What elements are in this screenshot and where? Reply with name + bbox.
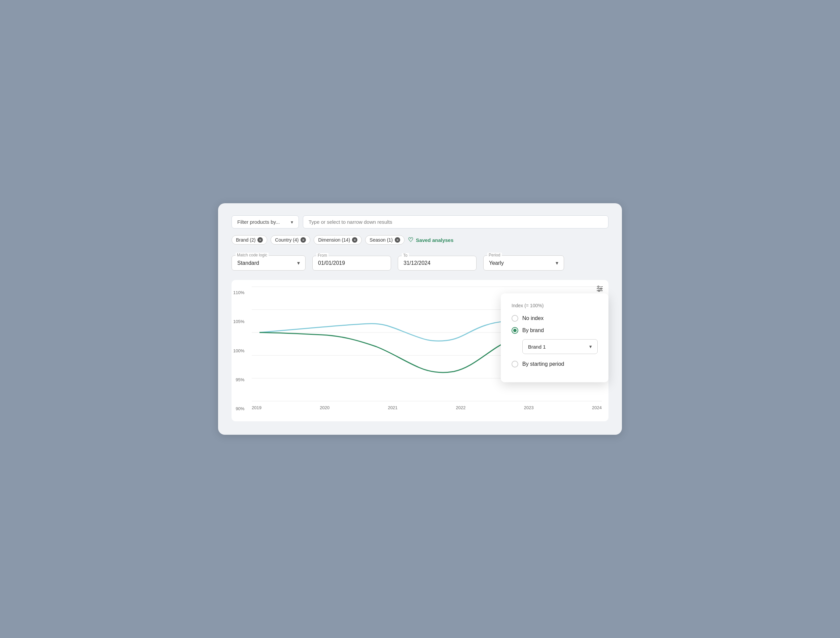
filter-tags-row: Brand (2) ✕ Country (4) ✕ Dimension (14)… (232, 235, 608, 245)
dimension-filter-tag[interactable]: Dimension (14) ✕ (314, 235, 362, 245)
y-axis: 110% 105% 100% 95% 90% (233, 287, 244, 415)
from-label: From (316, 253, 328, 258)
match-code-chevron: ▾ (297, 260, 300, 266)
controls-row: Match code logic Standard ▾ From To Peri… (232, 256, 608, 270)
season-tag-remove[interactable]: ✕ (395, 237, 400, 243)
brand-tag-remove[interactable]: ✕ (257, 237, 263, 243)
no-index-radio[interactable] (512, 315, 518, 322)
match-code-logic-label: Match code logic (235, 253, 268, 257)
y-axis-95: 95% (235, 377, 244, 382)
match-code-logic-value: Standard (237, 260, 259, 266)
to-date-input[interactable] (398, 256, 477, 270)
x-2022: 2022 (456, 405, 466, 410)
filter-dropdown-chevron: ▾ (291, 220, 293, 225)
period-value: Yearly (489, 260, 504, 266)
by-starting-period-option[interactable]: By starting period (512, 361, 598, 368)
x-2023: 2023 (524, 405, 534, 410)
by-starting-period-label: By starting period (522, 361, 564, 367)
by-brand-label: By brand (522, 327, 544, 333)
brand-select-value: Brand 1 (528, 344, 546, 350)
main-card: Filter products by... ▾ Brand (2) ✕ Coun… (218, 203, 622, 435)
popup-title: Index (= 100%) (512, 303, 598, 308)
brand-select-chevron: ▾ (589, 344, 592, 350)
y-axis-100: 100% (233, 348, 244, 353)
country-tag-remove[interactable]: ✕ (300, 237, 306, 243)
saved-analyses-label: Saved analyses (416, 237, 454, 243)
to-date-group: To (398, 256, 477, 270)
season-filter-tag[interactable]: Season (1) ✕ (365, 235, 404, 245)
from-date-group: From (312, 256, 391, 270)
to-label: To (402, 253, 409, 258)
heart-icon: ♡ (408, 236, 413, 244)
period-label: Period (487, 253, 502, 257)
x-2021: 2021 (388, 405, 398, 410)
from-date-input[interactable] (312, 256, 391, 270)
brand-filter-tag[interactable]: Brand (2) ✕ (232, 235, 267, 245)
y-axis-105: 105% (233, 319, 244, 324)
filter-dropdown-label: Filter products by... (237, 219, 279, 225)
country-tag-label: Country (4) (275, 237, 298, 243)
search-input[interactable] (303, 215, 608, 229)
brand-select-dropdown[interactable]: Brand 1 ▾ (522, 339, 598, 354)
index-popup-panel: Index (= 100%) No index By brand Brand 1… (501, 294, 608, 382)
by-brand-option[interactable]: By brand (512, 327, 598, 334)
y-axis-110: 110% (233, 290, 244, 295)
by-brand-radio[interactable] (512, 327, 518, 334)
y-axis-90: 90% (235, 406, 244, 411)
x-2020: 2020 (320, 405, 330, 410)
filter-bar: Filter products by... ▾ (232, 215, 608, 229)
no-index-label: No index (522, 315, 543, 321)
period-dropdown[interactable]: Yearly ▾ (483, 256, 564, 270)
x-axis: 2019 2020 2021 2022 2023 2024 (252, 403, 602, 410)
by-starting-period-radio[interactable] (512, 361, 518, 368)
x-2019: 2019 (252, 405, 262, 410)
season-tag-label: Season (1) (369, 237, 392, 243)
period-chevron: ▾ (556, 260, 558, 266)
filter-products-dropdown[interactable]: Filter products by... ▾ (232, 215, 299, 229)
chart-container: 110% 105% 100% 95% 90% 2019 (232, 280, 608, 421)
no-index-option[interactable]: No index (512, 315, 598, 322)
x-2024: 2024 (592, 405, 602, 410)
match-code-logic-group: Match code logic Standard ▾ (232, 256, 306, 270)
match-code-logic-dropdown[interactable]: Standard ▾ (232, 256, 306, 270)
dimension-tag-remove[interactable]: ✕ (352, 237, 357, 243)
period-group: Period Yearly ▾ (483, 256, 564, 270)
country-filter-tag[interactable]: Country (4) ✕ (271, 235, 310, 245)
brand-tag-label: Brand (2) (236, 237, 256, 243)
saved-analyses-button[interactable]: ♡ Saved analyses (408, 236, 454, 244)
dimension-tag-label: Dimension (14) (318, 237, 350, 243)
